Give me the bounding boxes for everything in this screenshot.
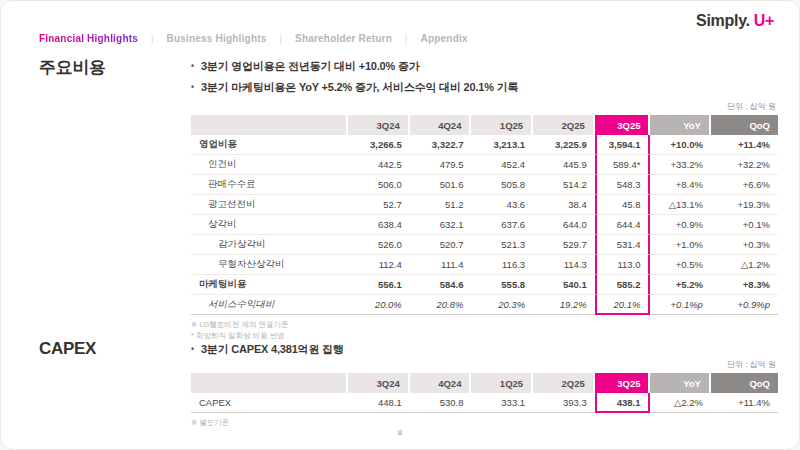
bullet-icon: • (191, 341, 194, 358)
col-header-empty (191, 373, 348, 393)
cost-bullets: • 3분기 영업비용은 전년동기 대비 +10.0% 증가 • 3분기 마케팅비… (191, 56, 778, 98)
row-label: 상각비 (191, 215, 348, 235)
col-header-4q24: 4Q24 (410, 115, 472, 135)
cell: 506.0 (348, 175, 410, 195)
section-title-costs: 주요비용 (39, 56, 106, 79)
cell: 116.3 (471, 255, 533, 275)
section-title-capex: CAPEX (39, 339, 96, 359)
footnote: * 희망퇴직 일회성 비용 반영 (191, 330, 778, 341)
cell: 632.1 (410, 215, 472, 235)
capex-section: • 3분기 CAPEX 4,381억원 집행 단위 : 십억 원 3Q24 4Q… (191, 341, 778, 428)
cell-yoy: △13.1% (650, 195, 710, 215)
logo-accent: U+ (754, 12, 774, 29)
cell: 540.1 (533, 275, 595, 295)
cell-highlight: 438.1 (595, 393, 651, 413)
cell: 584.6 (410, 275, 472, 295)
cell: 556.1 (348, 275, 410, 295)
col-header-empty (191, 115, 348, 135)
cell: 112.4 (348, 255, 410, 275)
table-row-sales-commission: 판매수수료 506.0 501.6 505.8 514.2 548.3 +8.4… (191, 175, 778, 195)
capex-bullets: • 3분기 CAPEX 4,381억원 집행 (191, 341, 778, 358)
cell: 20.8% (410, 295, 472, 315)
nav-business-highlights[interactable]: Business Highlights (167, 33, 267, 44)
cell-qoq: +11.4% (711, 135, 778, 155)
cell: 501.6 (410, 175, 472, 195)
cell-yoy: +5.2% (650, 275, 710, 295)
cell-highlight: 20.1% (595, 295, 651, 315)
col-header-yoy: YoY (650, 373, 710, 393)
top-nav: Financial Highlights | Business Highligh… (39, 33, 468, 44)
cell: 445.9 (533, 155, 595, 175)
cell: 637.6 (471, 215, 533, 235)
row-label: 광고선전비 (191, 195, 348, 215)
col-header-4q24: 4Q24 (410, 373, 472, 393)
col-header-3q25-highlight: 3Q25 (595, 115, 651, 135)
cell-highlight: 585.2 (595, 275, 651, 295)
cell: 442.5 (348, 155, 410, 175)
cell: 51.2 (410, 195, 472, 215)
cell: 555.8 (471, 275, 533, 295)
col-header-2q25: 2Q25 (533, 373, 595, 393)
cell-yoy: +8.4% (650, 175, 710, 195)
cell-qoq: +0.3% (711, 235, 778, 255)
nav-appendix[interactable]: Appendix (421, 33, 468, 44)
cell-highlight: 3,594.1 (595, 135, 651, 155)
cost-table-header-row: 3Q24 4Q24 1Q25 2Q25 3Q25 YoY QoQ (191, 115, 778, 135)
cell-yoy: +33.2% (650, 155, 710, 175)
page-number: 8 (1, 428, 799, 437)
nav-financial-highlights[interactable]: Financial Highlights (39, 33, 138, 44)
cell: 521.3 (471, 235, 533, 255)
table-row-depreciation-total: 상각비 638.4 632.1 637.6 644.0 644.4 +0.9% … (191, 215, 778, 235)
cell: 52.7 (348, 195, 410, 215)
row-label: 무형자산상각비 (191, 255, 348, 275)
table-row-capex: CAPEX 448.1 530.8 333.1 393.3 438.1 △2.2… (191, 393, 778, 413)
cell: 452.4 (471, 155, 533, 175)
nav-separator: | (405, 34, 408, 44)
slide: Financial Highlights | Business Highligh… (0, 0, 800, 450)
bullet-icon: • (191, 56, 194, 77)
footnote: ※ LG헬로비전 제외 연결기준 (191, 319, 778, 330)
cell: 43.6 (471, 195, 533, 215)
logo-word: Simply. (696, 12, 750, 29)
cell: 526.0 (348, 235, 410, 255)
col-header-yoy: YoY (650, 115, 710, 135)
cell: 3,322.7 (410, 135, 472, 155)
cell: 20.3% (471, 295, 533, 315)
col-header-1q25: 1Q25 (471, 373, 533, 393)
cell-highlight: 531.4 (595, 235, 651, 255)
cost-table: 3Q24 4Q24 1Q25 2Q25 3Q25 YoY QoQ 영업비용 3,… (191, 115, 778, 315)
table-row-service-revenue-ratio: 서비스수익대비 20.0% 20.8% 20.3% 19.2% 20.1% +0… (191, 295, 778, 315)
cell: 393.3 (533, 393, 595, 413)
cell-highlight: 589.4* (595, 155, 651, 175)
col-header-1q25: 1Q25 (471, 115, 533, 135)
row-label: 판매수수료 (191, 175, 348, 195)
table-row-depreciation: 감가상각비 526.0 520.7 521.3 529.7 531.4 +1.0… (191, 235, 778, 255)
cell-yoy: +10.0% (650, 135, 710, 155)
cell: 111.4 (410, 255, 472, 275)
cell: 530.8 (410, 393, 472, 413)
nav-separator: | (151, 34, 154, 44)
row-label: 감가상각비 (191, 235, 348, 255)
col-header-3q24: 3Q24 (348, 115, 410, 135)
cell-yoy: +1.0% (650, 235, 710, 255)
bullet-text: 3분기 CAPEX 4,381억원 집행 (201, 341, 344, 358)
cell: 20.0% (348, 295, 410, 315)
cell-qoq: △1.2% (711, 255, 778, 275)
cell-qoq: +6.6% (711, 175, 778, 195)
col-header-qoq: QoQ (711, 373, 778, 393)
cell-qoq: +32.2% (711, 155, 778, 175)
cell: 638.4 (348, 215, 410, 235)
nav-shareholder-return[interactable]: Shareholder Return (295, 33, 392, 44)
cell-highlight: 644.4 (595, 215, 651, 235)
cell-yoy: +0.1%p (650, 295, 710, 315)
cell: 3,266.5 (348, 135, 410, 155)
cell-qoq: +0.9%p (711, 295, 778, 315)
table-row-marketing-expenses: 마케팅비용 556.1 584.6 555.8 540.1 585.2 +5.2… (191, 275, 778, 295)
table-row-labor-cost: 인건비 442.5 479.5 452.4 445.9 589.4* +33.2… (191, 155, 778, 175)
row-label: 인건비 (191, 155, 348, 175)
unit-label: 단위 : 십억 원 (191, 101, 776, 112)
bullet-text: 3분기 영업비용은 전년동기 대비 +10.0% 증가 (201, 56, 420, 77)
cell: 505.8 (471, 175, 533, 195)
bullet-text: 3분기 마케팅비용은 YoY +5.2% 증가, 서비스수익 대비 20.1% … (201, 77, 518, 98)
table-row-advertising: 광고선전비 52.7 51.2 43.6 38.4 45.8 △13.1% +1… (191, 195, 778, 215)
